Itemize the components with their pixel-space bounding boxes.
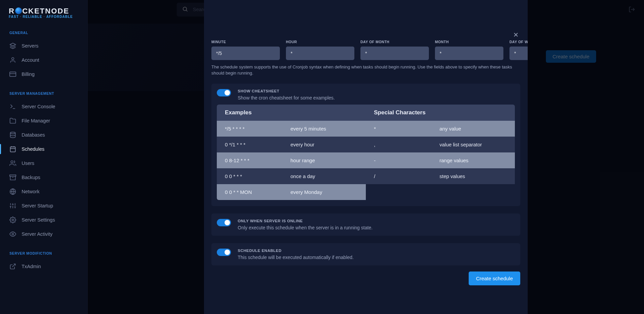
stack-icon — [9, 42, 16, 49]
example-expr: */5 * * * * — [217, 121, 282, 137]
brand-tagline: FAST·RELIABLE·AFFORDABLE — [9, 15, 79, 19]
sliders-icon — [9, 202, 16, 209]
brand-logo: R CKETNODE FAST·RELIABLE·AFFORDABLE — [0, 7, 87, 21]
globe-icon — [9, 188, 16, 195]
sidebar-item-label: File Manager — [22, 118, 50, 123]
svg-rect-2 — [10, 72, 16, 76]
example-expr: 0 8-12 * * * — [217, 152, 282, 168]
special-row: -range values — [366, 152, 515, 168]
month-input[interactable] — [435, 47, 503, 60]
example-desc: every 5 minutes — [282, 121, 366, 137]
user-icon — [9, 57, 16, 63]
hour-label: HOUR — [286, 40, 354, 44]
sidebar-item-label: Network — [22, 189, 39, 194]
dow-label: DAY OF WEEK — [509, 40, 528, 44]
minute-label: MINUTE — [211, 40, 280, 44]
special-symbol: , — [366, 137, 431, 152]
sidebar-item-label: TxAdmin — [22, 264, 41, 269]
cheatsheet-toggle-label: SHOW CHEATSHEET — [238, 89, 335, 93]
special-desc: step values — [431, 168, 515, 184]
eye-icon — [9, 231, 16, 237]
nav-group-head: GENERAL — [0, 21, 87, 39]
nav-group-head: SERVER MODIFICTION — [0, 241, 87, 259]
sidebar: R CKETNODE FAST·RELIABLE·AFFORDABLE GENE… — [0, 0, 88, 314]
special-desc: value list separator — [431, 137, 515, 152]
sidebar-item-servers[interactable]: Servers — [0, 39, 87, 53]
close-icon[interactable] — [511, 30, 521, 40]
sidebar-item-databases[interactable]: Databases — [0, 128, 87, 142]
schedule-enabled-label: SCHEDULE ENABLED — [238, 249, 354, 253]
sidebar-item-account[interactable]: Account — [0, 53, 87, 67]
example-desc: once a day — [282, 168, 366, 184]
sidebar-item-label: Server Console — [22, 104, 55, 109]
card-icon — [9, 71, 16, 78]
sidebar-item-schedules[interactable]: Schedules — [0, 142, 87, 156]
example-desc: every hour — [282, 137, 366, 152]
example-desc: hour range — [282, 152, 366, 168]
dom-input[interactable] — [360, 47, 429, 60]
special-symbol: - — [366, 152, 431, 168]
svg-line-26 — [12, 264, 15, 267]
sidebar-item-server-startup[interactable]: Server Startup — [0, 199, 87, 213]
example-desc: every Monday — [282, 184, 366, 200]
sidebar-item-server-settings[interactable]: Server Settings — [0, 213, 87, 227]
svg-point-10 — [11, 161, 13, 163]
example-row: 0 */1 * * *every hour — [217, 137, 366, 152]
special-characters-header: Special Characters — [366, 105, 515, 121]
special-desc: any value — [431, 121, 515, 137]
sidebar-item-billing[interactable]: Billing — [0, 67, 87, 81]
special-row: ,value list separator — [366, 137, 515, 152]
sidebar-item-label: Servers — [22, 43, 38, 49]
database-icon — [9, 132, 16, 138]
minute-input[interactable] — [211, 47, 280, 60]
brand-name-right: CKETNODE — [22, 7, 69, 16]
special-row: /step values — [366, 168, 515, 184]
sidebar-item-txadmin[interactable]: TxAdmin — [0, 259, 87, 274]
sidebar-item-label: Backups — [22, 175, 40, 180]
sidebar-item-label: Users — [22, 161, 34, 166]
schedule-enabled-desc: This schedule will be executed automatic… — [238, 255, 354, 260]
nav-group-head: SERVER MANAGEMENT — [0, 81, 87, 99]
hour-input[interactable] — [286, 47, 354, 60]
special-desc: range values — [431, 152, 515, 168]
create-schedule-button[interactable]: Create schedule — [469, 272, 520, 285]
sidebar-item-server-activity[interactable]: Server Activity — [0, 227, 87, 241]
only-online-desc: Only execute this schedule when the serv… — [238, 225, 373, 230]
dow-input[interactable] — [509, 47, 528, 60]
sidebar-item-file-manager[interactable]: File Manager — [0, 114, 87, 128]
svg-rect-11 — [10, 175, 16, 176]
sidebar-item-label: Schedules — [22, 146, 45, 152]
example-expr: 0 0 * * MON — [217, 184, 282, 200]
example-row: 0 0 * * MONevery Monday — [217, 184, 366, 200]
dom-label: DAY OF MONTH — [360, 40, 429, 44]
only-online-toggle[interactable] — [217, 219, 231, 226]
sidebar-item-users[interactable]: Users — [0, 156, 87, 170]
sidebar-item-backups[interactable]: Backups — [0, 170, 87, 184]
external-icon — [9, 263, 16, 270]
svg-rect-6 — [10, 147, 16, 152]
examples-header: Examples — [217, 105, 366, 121]
special-row: *any value — [366, 121, 515, 137]
sidebar-item-label: Billing — [22, 72, 35, 77]
cheatsheet-toggle-desc: Show the cron cheatsheet for some exampl… — [238, 95, 335, 101]
users-icon — [9, 160, 16, 167]
folder-icon — [9, 117, 16, 124]
svg-point-24 — [12, 219, 14, 221]
schedule-modal: MINUTE HOUR DAY OF MONTH MONTH — [204, 0, 528, 314]
month-label: MONTH — [435, 40, 503, 44]
sidebar-item-label: Server Settings — [22, 217, 55, 223]
brand-orb-icon — [15, 7, 22, 14]
sidebar-item-server-console[interactable]: Server Console — [0, 99, 87, 114]
example-expr: 0 */1 * * * — [217, 137, 282, 152]
only-online-label: ONLY WHEN SERVER IS ONLINE — [238, 219, 373, 223]
terminal-icon — [9, 103, 16, 110]
schedule-enabled-toggle[interactable] — [217, 249, 231, 256]
example-row: */5 * * * *every 5 minutes — [217, 121, 366, 137]
sidebar-item-network[interactable]: Network — [0, 184, 87, 199]
example-expr: 0 0 * * * — [217, 168, 282, 184]
svg-point-25 — [12, 233, 14, 235]
show-cheatsheet-toggle[interactable] — [217, 89, 231, 96]
cron-help-text: The schedule system supports the use of … — [204, 60, 528, 76]
main-area: There are no schedules configured for th… — [88, 0, 644, 314]
sidebar-item-label: Server Activity — [22, 231, 53, 237]
